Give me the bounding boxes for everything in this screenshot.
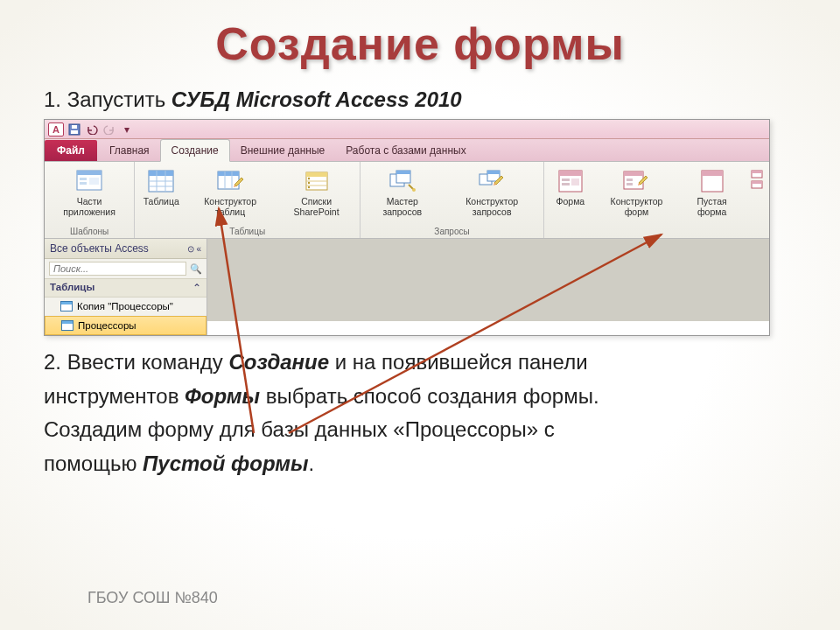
- nav-category-collapse-icon: ⌃: [192, 282, 201, 294]
- btn-query-design-label: Конструктор запросов: [447, 197, 536, 217]
- slide-footer: ГБОУ СОШ №840: [88, 589, 218, 607]
- step-2-line1: 2. Ввести команду Создание и на появивше…: [44, 348, 796, 376]
- nav-category-tables[interactable]: Таблицы ⌃: [45, 279, 206, 298]
- svg-rect-31: [487, 171, 500, 174]
- query-wizard-icon: [388, 167, 416, 195]
- group-queries: Мастер запросов Конструктор запросов Зап…: [360, 162, 544, 238]
- btn-sharepoint[interactable]: Списки SharePoint: [278, 165, 354, 219]
- group-tables-label: Таблицы: [140, 225, 354, 236]
- btn-query-wizard[interactable]: Мастер запросов: [366, 165, 438, 219]
- tab-home[interactable]: Главная: [99, 140, 160, 161]
- step1-bold: СУБД Microsoft Access 2010: [172, 88, 462, 111]
- btn-app-parts[interactable]: Части приложения: [50, 165, 129, 219]
- t: .: [309, 452, 315, 475]
- btn-table-design-label: Конструктор таблиц: [191, 197, 270, 217]
- app-parts-icon: [75, 167, 103, 195]
- svg-rect-44: [752, 171, 762, 173]
- t: выбрать способ создания формы.: [260, 384, 598, 408]
- group-tables: Таблица Конструктор таблиц Списки ShareP…: [135, 162, 360, 238]
- tab-create[interactable]: Создание: [160, 139, 230, 162]
- t: Пустой формы: [143, 452, 308, 475]
- step-2-line4: помощью Пустой формы.: [44, 450, 796, 478]
- svg-rect-15: [218, 172, 239, 176]
- qat-undo-icon[interactable]: [85, 122, 99, 136]
- tab-file[interactable]: Файл: [45, 140, 97, 161]
- svg-rect-42: [702, 171, 723, 176]
- table-design-icon: [216, 167, 244, 195]
- blank-form-icon: [698, 167, 726, 195]
- btn-form-design-label: Конструктор форм: [600, 197, 673, 217]
- svg-rect-27: [396, 171, 410, 174]
- svg-rect-5: [80, 178, 87, 180]
- svg-rect-7: [89, 178, 99, 185]
- btn-sharepoint-label: Списки SharePoint: [280, 197, 353, 217]
- ribbon-tabs: Файл Главная Создание Внешние данные Раб…: [45, 139, 769, 162]
- qat-save-icon[interactable]: [67, 122, 81, 136]
- btn-blank-form-label: Пустая форма: [683, 197, 740, 217]
- navigation-pane: Все объекты Access ⊙ « 🔍 Таблицы ⌃ Копия…: [45, 239, 207, 335]
- svg-rect-36: [571, 178, 579, 186]
- search-icon[interactable]: 🔍: [190, 263, 202, 275]
- nav-search: 🔍: [45, 259, 206, 279]
- svg-rect-9: [149, 171, 173, 176]
- svg-point-23: [307, 182, 309, 184]
- svg-rect-40: [626, 183, 633, 186]
- svg-rect-46: [752, 181, 762, 184]
- t: 2. Ввести команду: [44, 350, 228, 374]
- access-app-icon[interactable]: A: [48, 122, 64, 136]
- btn-form[interactable]: Форма: [550, 165, 592, 209]
- tab-external[interactable]: Внешние данные: [230, 140, 336, 161]
- btn-form-label: Форма: [556, 197, 584, 207]
- svg-rect-4: [77, 171, 102, 175]
- sharepoint-icon: [303, 167, 331, 195]
- nav-item-label: Копия "Процессоры": [77, 301, 173, 312]
- svg-rect-38: [624, 172, 643, 176]
- nav-item-copy-processors[interactable]: Копия "Процессоры": [45, 298, 206, 316]
- table-icon: [147, 167, 175, 195]
- btn-more-forms[interactable]: [749, 165, 764, 197]
- slide-title: Создание формы: [44, 18, 796, 70]
- btn-table-design[interactable]: Конструктор таблиц: [189, 165, 271, 219]
- nav-search-input[interactable]: [49, 262, 186, 276]
- t: и на появившейся панели: [329, 350, 588, 374]
- quick-access-toolbar: A ▾: [45, 120, 769, 139]
- tab-dbtools[interactable]: Работа с базами данных: [335, 140, 476, 161]
- group-templates-label: Шаблоны: [50, 225, 129, 236]
- t: инструментов: [44, 384, 185, 408]
- workspace: Все объекты Access ⊙ « 🔍 Таблицы ⌃ Копия…: [45, 239, 769, 335]
- form-icon: [556, 167, 584, 195]
- group-queries-label: Запросы: [366, 225, 538, 236]
- nav-category-label: Таблицы: [50, 282, 94, 294]
- nav-collapse-icon[interactable]: ⊙ «: [187, 244, 201, 254]
- nav-header[interactable]: Все объекты Access ⊙ «: [45, 239, 206, 259]
- btn-query-design[interactable]: Конструктор запросов: [445, 165, 537, 219]
- btn-table[interactable]: Таблица: [140, 165, 182, 209]
- more-forms-icon: [751, 167, 763, 195]
- svg-point-24: [307, 186, 309, 188]
- btn-app-parts-label: Части приложения: [52, 197, 127, 217]
- nav-item-processors[interactable]: Процессоры: [45, 316, 206, 335]
- access-screenshot: A ▾ Файл Главная Создание Внешние данные…: [44, 119, 770, 336]
- document-area: [207, 239, 769, 321]
- step-2-line3: Создадим форму для базы данных «Процессо…: [44, 416, 796, 444]
- btn-table-label: Таблица: [144, 197, 179, 207]
- t: Формы: [185, 384, 260, 408]
- btn-blank-form[interactable]: Пустая форма: [682, 165, 742, 219]
- ribbon: Части приложения Шаблоны Таблица Констру…: [45, 162, 769, 239]
- btn-query-wizard-label: Мастер запросов: [368, 197, 437, 217]
- group-forms: Форма Конструктор форм Пустая форма: [544, 162, 769, 238]
- group-templates: Части приложения Шаблоны: [45, 162, 135, 238]
- qat-redo-icon[interactable]: [102, 122, 116, 136]
- svg-rect-34: [562, 178, 570, 181]
- t: Создание: [228, 350, 329, 374]
- nav-header-label: Все объекты Access: [50, 242, 149, 255]
- btn-form-design[interactable]: Конструктор форм: [598, 165, 675, 219]
- form-design-icon: [622, 167, 650, 195]
- svg-rect-35: [562, 183, 570, 186]
- group-forms-label: [550, 225, 764, 236]
- step1-prefix: 1. Запустить: [44, 88, 172, 111]
- table-object-icon: [61, 320, 74, 331]
- qat-dropdown-icon[interactable]: ▾: [120, 122, 134, 136]
- nav-item-label: Процессоры: [78, 320, 136, 331]
- query-design-icon: [478, 167, 506, 195]
